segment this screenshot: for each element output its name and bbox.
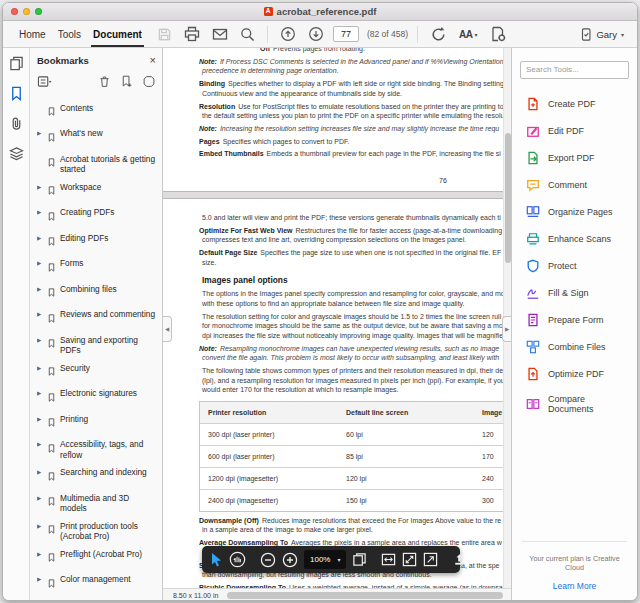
window-title: acrobat_reference.pdf xyxy=(277,6,377,17)
page-gap xyxy=(163,191,511,199)
bookmark-item[interactable]: ▶ What's new xyxy=(37,125,156,151)
expand-caret-icon[interactable]: ▶ xyxy=(37,182,47,193)
expand-caret-icon[interactable]: ▶ xyxy=(37,309,47,320)
zoom-level-value: 100% xyxy=(310,555,330,564)
expand-caret-icon[interactable]: ▶ xyxy=(37,207,47,218)
expand-caret-icon[interactable]: ▶ xyxy=(37,258,47,269)
bookmark-item[interactable]: ▶ Print production tools (Acrobat Pro) xyxy=(37,517,156,545)
document-text-line: 5.0 and later will view and print the PD… xyxy=(199,213,511,223)
expand-caret-icon[interactable]: ▶ xyxy=(37,521,47,532)
add-bookmark-button[interactable] xyxy=(120,75,133,88)
bookmark-glyph-icon xyxy=(47,467,60,486)
search-button[interactable] xyxy=(237,25,258,44)
text-settings-button[interactable]: AA▾ xyxy=(456,27,480,42)
zoom-window-button[interactable] xyxy=(35,8,42,15)
expand-caret-icon[interactable]: ▶ xyxy=(37,549,47,560)
bookmark-item[interactable]: ▶ Color management xyxy=(37,571,156,597)
tag-bookmark-button[interactable] xyxy=(142,75,156,88)
learn-more-link[interactable]: Learn More xyxy=(522,581,627,591)
expand-caret-icon[interactable]: ▶ xyxy=(37,439,47,450)
tool-optimize-pdf[interactable]: Optimize PDF xyxy=(520,361,629,388)
zoom-in-button[interactable] xyxy=(282,552,298,568)
tool-create-pdf[interactable]: Create PDF xyxy=(520,91,629,118)
page-thumbnails-button[interactable] xyxy=(8,55,25,72)
expand-caret-icon[interactable]: ▶ xyxy=(37,233,47,244)
user-menu[interactable]: Gary ▾ xyxy=(576,25,627,44)
bookmark-item[interactable]: ▶ Electronic signatures xyxy=(37,385,156,411)
tool-combine-files[interactable]: Combine Files xyxy=(520,334,629,361)
bookmark-item[interactable]: ▶ Saving and exporting PDFs xyxy=(37,331,156,359)
bookmark-item[interactable]: ▶ Editing PDFs xyxy=(37,229,156,255)
bookmark-item[interactable]: ▶ Preflight (Acrobat Pro) xyxy=(37,545,156,571)
next-page-icon xyxy=(308,26,324,42)
previous-page-button[interactable] xyxy=(277,24,299,44)
expand-caret-icon[interactable]: ▶ xyxy=(37,128,47,139)
zoom-out-button[interactable] xyxy=(260,552,276,568)
expand-caret-icon[interactable]: ▶ xyxy=(37,467,47,478)
close-panel-button[interactable]: × xyxy=(150,55,156,66)
page-view-button[interactable] xyxy=(352,552,367,567)
tool-prepare-form[interactable]: Prepare Form xyxy=(520,307,629,334)
bookmark-options-button[interactable] xyxy=(37,75,52,88)
next-page-button[interactable] xyxy=(305,24,327,44)
tool-enhance-scans[interactable]: Enhance Scans xyxy=(520,226,629,253)
tool-export-pdf[interactable]: Export PDF xyxy=(520,145,629,172)
bookmark-item[interactable]: ▶ Printing xyxy=(37,410,156,436)
save-button[interactable] xyxy=(154,25,175,44)
bookmark-item[interactable]: ▶ Searching and indexing xyxy=(37,464,156,490)
text-settings-icon: AA xyxy=(459,29,472,40)
tool-compare-documents[interactable]: Compare Documents xyxy=(520,388,629,421)
expand-caret-icon[interactable]: ▶ xyxy=(37,388,47,399)
page-number-input[interactable] xyxy=(333,26,359,42)
full-screen-button[interactable] xyxy=(423,552,438,567)
expand-caret-icon[interactable]: ▶ xyxy=(37,414,47,425)
bookmark-item[interactable]: ▶ Security xyxy=(37,359,156,385)
print-button[interactable] xyxy=(181,24,203,44)
bookmark-item[interactable]: ▶ Creating PDFs xyxy=(37,204,156,230)
layers-button[interactable] xyxy=(8,145,25,162)
fit-page-button[interactable] xyxy=(402,552,417,567)
bookmark-item[interactable]: ▶ Combining files xyxy=(37,280,156,306)
tool-edit-pdf[interactable]: Edit PDF xyxy=(520,118,629,145)
close-window-button[interactable] xyxy=(11,8,18,15)
email-button[interactable] xyxy=(209,24,231,44)
attachments-button[interactable] xyxy=(8,115,25,132)
rotate-view-button[interactable] xyxy=(427,24,450,45)
delete-bookmark-button[interactable] xyxy=(98,75,111,88)
toolbar-tab[interactable]: Home xyxy=(13,21,52,47)
select-tool-button[interactable] xyxy=(211,553,223,567)
tool-comment[interactable]: Comment xyxy=(520,172,629,199)
bookmark-item[interactable]: ▶ Forms xyxy=(37,255,156,281)
document-view[interactable]: OffPrevents pages from rotating. Note:If… xyxy=(163,48,511,601)
collapse-left-panel-handle[interactable]: ◀ xyxy=(163,316,172,342)
page-display-settings-button[interactable] xyxy=(487,24,509,44)
collapse-right-panel-handle[interactable]: ▶ xyxy=(502,316,511,342)
fit-width-button[interactable] xyxy=(381,552,396,567)
hand-tool-button[interactable] xyxy=(229,551,246,568)
horizontal-scrollbar-thumb[interactable] xyxy=(227,592,503,599)
expand-caret-icon[interactable]: ▶ xyxy=(37,284,47,295)
tool-protect[interactable]: Protect xyxy=(520,253,629,280)
expand-caret-icon[interactable]: ▶ xyxy=(37,363,47,374)
bookmark-item[interactable]: ▶ Contents xyxy=(37,99,156,125)
bookmarks-panel-button[interactable] xyxy=(8,85,25,102)
bookmark-item[interactable]: ▶ Acrobat tutorials & getting started xyxy=(37,150,156,178)
expand-caret-icon[interactable]: ▶ xyxy=(37,574,47,585)
bookmark-item[interactable]: ▶ Multimedia and 3D models xyxy=(37,489,156,517)
toolbar-tab[interactable]: Document xyxy=(87,21,148,47)
minimize-window-button[interactable] xyxy=(23,8,30,15)
tool-organize-pages[interactable]: Organize Pages xyxy=(520,199,629,226)
dock-toolbar-button[interactable] xyxy=(452,552,467,567)
zoom-level-dropdown[interactable]: 100% ▾ xyxy=(304,550,346,569)
pdf-page-77: 5.0 and later will view and print the PD… xyxy=(163,199,511,601)
tool-fill-sign[interactable]: Fill & Sign xyxy=(520,280,629,307)
bookmark-item[interactable]: ▶ Workspace xyxy=(37,178,156,204)
expand-caret-icon[interactable]: ▶ xyxy=(37,493,47,504)
bookmark-item[interactable]: ▶ Reviews and commenting xyxy=(37,306,156,332)
search-tools-input[interactable] xyxy=(520,61,629,79)
bookmark-item[interactable]: ▶ Accessibility, tags, and reflow xyxy=(37,436,156,464)
expand-caret-icon[interactable]: ▶ xyxy=(37,335,47,346)
document-text-line: Embed ThumbnailsEmbeds a thumbnail previ… xyxy=(199,149,511,159)
toolbar-tab[interactable]: Tools xyxy=(52,21,87,47)
tool-icon xyxy=(526,286,540,300)
